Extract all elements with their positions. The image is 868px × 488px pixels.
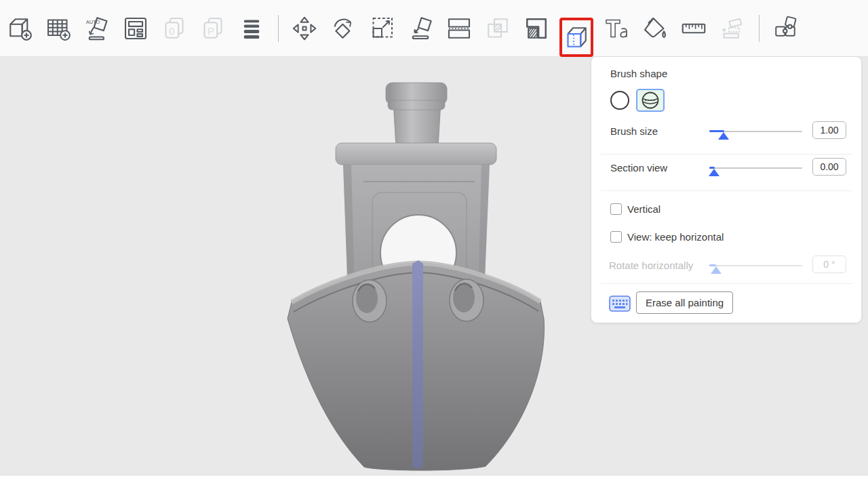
view-keep-horizontal-label: View: keep horizontal: [627, 231, 724, 243]
text-tool-icon[interactable]: [601, 13, 632, 44]
circle-brush-option[interactable]: [610, 91, 629, 110]
sphere-brush-option-selected[interactable]: [636, 89, 665, 112]
panel-divider: [601, 154, 852, 155]
rotate-horizontally-slider: [709, 259, 802, 274]
measure-icon[interactable]: [678, 13, 709, 44]
panel-divider: [601, 283, 852, 284]
toolbar-separator: [759, 15, 760, 42]
brush-shape-label: Brush shape: [610, 68, 667, 79]
section-view-value[interactable]: [812, 158, 846, 176]
keyboard-shortcuts-icon[interactable]: [609, 295, 631, 312]
svg-text:P: P: [208, 24, 214, 36]
svg-text:AUTO: AUTO: [86, 18, 100, 24]
mesh-boolean-icon: [482, 13, 513, 44]
arrange-icon[interactable]: [120, 13, 151, 44]
view-keep-horizontal-checkbox[interactable]: [610, 231, 622, 243]
assemble-icon[interactable]: [770, 13, 801, 44]
brush-size-slider-thumb[interactable]: [718, 132, 729, 140]
vertical-checkbox-label: Vertical: [627, 203, 660, 215]
support-painting-icon[interactable]: [521, 13, 552, 44]
rotate-horizontally-value: [812, 256, 846, 273]
svg-text:0: 0: [169, 24, 174, 36]
seam-painting-panel: Brush shape Brush size Section view Vert…: [591, 57, 861, 323]
rotate-icon[interactable]: [328, 13, 359, 44]
cut-icon[interactable]: [443, 13, 475, 44]
place-on-face-icon[interactable]: [405, 13, 436, 44]
variable-layer-height-icon[interactable]: [236, 13, 267, 44]
split-to-objects-icon: 0: [159, 13, 190, 44]
benchy-chimney: [386, 83, 447, 148]
brush-size-label: Brush size: [610, 125, 658, 137]
toolbar-separator: [278, 15, 279, 42]
benchy-cabin-roof: [336, 143, 496, 165]
scale-icon[interactable]: [366, 13, 397, 44]
vertical-checkbox[interactable]: [610, 203, 622, 215]
auto-orient-icon[interactable]: AUTO: [81, 13, 113, 44]
rotate-horizontally-label: Rotate horizontally: [609, 260, 693, 271]
seam-painting-icon[interactable]: [559, 18, 593, 57]
section-view-label: Section view: [610, 162, 667, 174]
page-bottom-margin: [0, 476, 868, 488]
exploded-view-icon: [717, 13, 748, 44]
seam-stripe: [412, 260, 423, 468]
sphere-brush-icon: [640, 90, 660, 110]
erase-all-painting-button[interactable]: Erase all painting: [636, 291, 733, 314]
brush-size-value[interactable]: [812, 121, 846, 139]
erase-all-painting-label: Erase all painting: [646, 297, 724, 308]
panel-divider: [601, 190, 852, 191]
brush-size-slider[interactable]: [709, 125, 802, 140]
color-painting-icon[interactable]: [639, 13, 671, 44]
section-view-slider[interactable]: [709, 161, 802, 176]
main-toolbar: AUTO 0 P: [0, 0, 868, 57]
split-to-parts-icon: P: [197, 13, 229, 44]
add-plate-icon[interactable]: [43, 13, 74, 44]
rotate-horizontally-slider-thumb: [711, 266, 722, 274]
add-object-icon[interactable]: [4, 13, 35, 44]
section-view-slider-thumb[interactable]: [709, 169, 719, 176]
move-icon[interactable]: [289, 13, 320, 44]
